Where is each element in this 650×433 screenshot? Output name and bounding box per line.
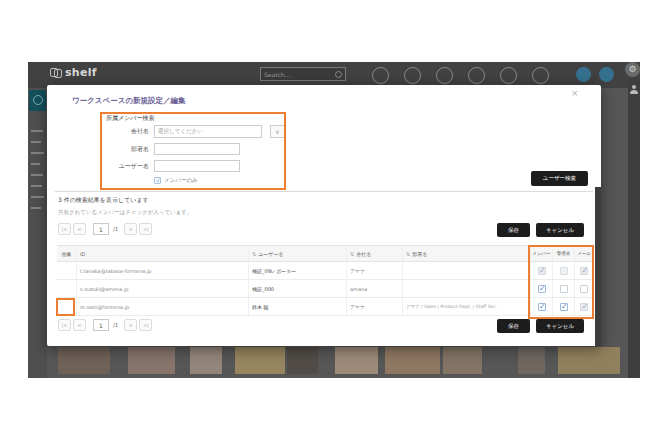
pager-total-label: /1 [113, 322, 118, 328]
profile-button[interactable] [599, 67, 614, 82]
company-label: 会社名 [105, 127, 149, 136]
pager-first-button[interactable]: |< [58, 319, 71, 331]
col-user: ⇅ ユーザー名 [248, 246, 346, 261]
photo-thumbnail [335, 347, 378, 374]
sidebar-item [31, 163, 40, 165]
col-member: メンバー [530, 246, 552, 261]
search-placeholder: Search... [264, 71, 290, 78]
sidebar-item [31, 207, 41, 209]
member-checkbox[interactable] [538, 285, 546, 293]
sidebar-item [31, 174, 43, 176]
gear-icon[interactable]: ⚙ [625, 62, 640, 77]
col-admin: 管理者 [552, 246, 574, 261]
mail-checkbox [580, 267, 588, 275]
cell-company: アマナ [346, 262, 402, 279]
user-search-button[interactable]: ユーザー検索 [531, 171, 588, 186]
admin-checkbox[interactable] [560, 285, 568, 293]
photo-thumbnail [128, 347, 175, 374]
company-select[interactable]: 選択してください [154, 125, 262, 138]
member-search-heading: 所属メンバー検索 [106, 114, 154, 123]
pager-prev-button[interactable]: < [73, 319, 86, 331]
sort-icon[interactable]: ⇅ [350, 251, 354, 257]
col-department: ⇅ 部署名 [402, 246, 530, 261]
table-header-row: 画像 ID ⇅ ユーザー名 ⇅ 会社名 ⇅ 部署名 メンバー 管理者 メール [57, 245, 593, 262]
search-icon [335, 71, 342, 78]
col-user-label: ユーザー名 [258, 251, 283, 257]
global-search-input[interactable]: Search... [260, 67, 346, 81]
workspace-settings-modal: × ワークスペースの新規設定／編集 所属メンバー検索 会社名 選択してください … [47, 85, 601, 346]
cancel-button-bottom[interactable]: キャンセル [536, 319, 584, 333]
member-checkbox[interactable] [538, 303, 546, 311]
member-checkbox [538, 267, 546, 275]
pager-last-button[interactable]: >| [139, 223, 152, 235]
photo-thumbnail [190, 347, 222, 374]
col-mail: メール [574, 246, 593, 261]
user-name-field[interactable] [154, 160, 240, 172]
cell-id: s.suzuki@amena.jp [76, 280, 248, 297]
col-company-label: 会社名 [356, 251, 371, 257]
shelf-logo-icon [50, 68, 62, 77]
navbar-icon-1[interactable] [372, 67, 389, 84]
right-toolbar [628, 78, 640, 378]
department-field[interactable] [154, 143, 240, 155]
pager-next-button[interactable]: > [124, 223, 137, 235]
cell-user: 検証_000 [248, 280, 346, 297]
cell-company: amana [346, 280, 402, 297]
table-row: s.suzuki@amena.jp 検証_000 amana [57, 280, 593, 298]
col-image: 画像 [57, 246, 76, 261]
col-department-label: 部署名 [412, 251, 427, 257]
admin-checkbox[interactable] [560, 303, 568, 311]
shelf-logo[interactable]: shelf [50, 66, 97, 79]
sort-icon[interactable]: ⇅ [406, 251, 410, 257]
cell-company: アマナ [346, 298, 402, 315]
navbar-icon-5[interactable] [500, 67, 517, 84]
result-note-text: 共有されているメンバーはチェックが入っています。 [58, 209, 192, 216]
navbar-icon-3[interactable] [436, 67, 453, 84]
photo-thumbnail [385, 347, 440, 374]
mail-checkbox [580, 303, 588, 311]
save-button-bottom[interactable]: 保存 [497, 319, 530, 333]
cell-id: t.tanaka@tabasa-formena.jp [76, 262, 248, 279]
user-name-label: ユーザー名 [105, 162, 149, 171]
cell-department [402, 280, 530, 297]
pager-total-label: /1 [113, 226, 118, 232]
pager-first-button[interactable]: |< [58, 223, 71, 235]
photo-thumbnail [558, 347, 620, 374]
navbar-icon-4[interactable] [468, 67, 485, 84]
sidebar-item [31, 185, 42, 187]
close-icon[interactable]: × [569, 86, 581, 100]
upload-button[interactable] [576, 67, 591, 82]
photo-thumbnail [443, 347, 482, 374]
sidebar-item [31, 130, 43, 132]
department-label: 部署名 [105, 145, 149, 154]
chevron-down-icon[interactable]: ∨ [270, 125, 285, 138]
cancel-button-top[interactable]: キャンセル [536, 223, 584, 237]
modal-scrollbar[interactable] [595, 187, 601, 346]
result-count-text: 3 件の検索結果を表示しています [58, 196, 149, 205]
table-row: t.tanaka@tabasa-formena.jp 検証_09レポーター アマ… [57, 262, 593, 280]
photo-thumbnail [235, 347, 285, 374]
mail-checkbox[interactable] [580, 285, 588, 293]
cell-department [402, 262, 530, 279]
pager-prev-button[interactable]: < [73, 223, 86, 235]
cell-user: 鈴木 聡 [248, 298, 346, 315]
table-row: m.sato@formena.jp 鈴木 聡 アマナ アマナ / Sales /… [57, 298, 593, 316]
sidebar-home-icon[interactable] [29, 90, 46, 111]
user-avatar-icon [62, 301, 72, 312]
navbar-icon-2[interactable] [404, 67, 421, 84]
pager-page-input[interactable]: 1 [93, 223, 109, 235]
pager-last-button[interactable]: >| [139, 319, 152, 331]
save-button-top[interactable]: 保存 [497, 223, 530, 237]
navbar-icon-6[interactable] [532, 67, 549, 84]
pager-next-button[interactable]: > [124, 319, 137, 331]
sidebar-item [31, 141, 41, 143]
cell-department: アマナ / Sales / Product Dept. / Staff Sec. [402, 298, 530, 315]
cell-id: m.sato@formena.jp [76, 298, 248, 315]
col-company: ⇅ 会社名 [346, 246, 402, 261]
sort-icon[interactable]: ⇅ [252, 251, 256, 257]
photo-thumbnail [287, 347, 318, 374]
user-icon[interactable] [630, 85, 638, 95]
member-only-label: メンバーのみ [164, 177, 198, 184]
member-only-checkbox[interactable] [154, 177, 161, 184]
pager-page-input[interactable]: 1 [93, 319, 109, 331]
